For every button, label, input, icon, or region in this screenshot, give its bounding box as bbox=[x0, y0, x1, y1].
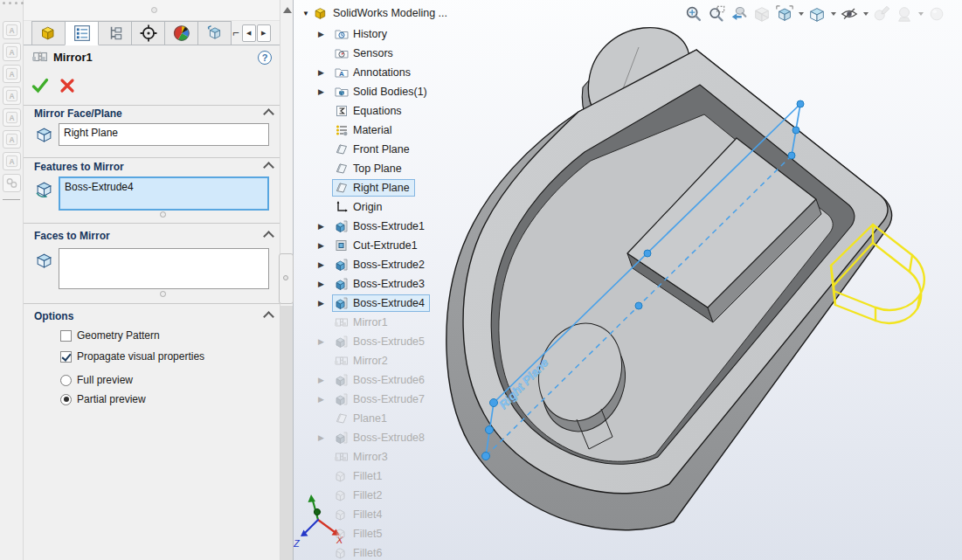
radio-full-preview[interactable]: Full preview bbox=[60, 374, 133, 386]
featuremanager-tab[interactable] bbox=[31, 21, 66, 45]
tree-item-fillet6[interactable]: Fillet6 bbox=[294, 543, 495, 560]
previous-view-icon[interactable] bbox=[728, 3, 751, 25]
expand-arrow-icon[interactable]: ▶ bbox=[318, 299, 329, 308]
tree-item-fillet2[interactable]: Fillet2 bbox=[294, 486, 495, 505]
note-tool-icon[interactable] bbox=[3, 21, 21, 39]
expand-arrow-icon[interactable]: ▶ bbox=[318, 376, 329, 384]
edit-annotation-icon[interactable] bbox=[3, 43, 21, 61]
dimxpertmanager-tab[interactable] bbox=[131, 21, 165, 45]
configurationmanager-tab[interactable] bbox=[98, 21, 132, 45]
save-annotation-icon[interactable] bbox=[3, 130, 21, 149]
add-annotation-icon[interactable] bbox=[3, 86, 21, 105]
expand-arrow-icon[interactable]: ▶ bbox=[318, 260, 329, 269]
expand-arrow-icon[interactable]: ▶ bbox=[318, 68, 329, 77]
faces-to-mirror-field[interactable] bbox=[59, 248, 269, 289]
panel-splitter-handle[interactable] bbox=[279, 253, 294, 304]
view-settings-icon[interactable] bbox=[925, 3, 948, 25]
tree-item-cut-extrude1[interactable]: ▶Cut-Extrude1 bbox=[294, 236, 495, 255]
tree-item-boss-extrude5[interactable]: ▶Boss-Extrude5 bbox=[294, 332, 495, 351]
displaymanager-tab[interactable] bbox=[164, 21, 198, 45]
tree-item-top-plane[interactable]: Top Plane bbox=[294, 159, 495, 178]
model-part-body[interactable] bbox=[446, 28, 892, 530]
expand-arrow-icon[interactable]: ▶ bbox=[318, 337, 329, 346]
tree-item-history[interactable]: ▶History bbox=[294, 24, 495, 44]
collapse-caret-icon[interactable]: ▼ bbox=[302, 10, 309, 17]
checkbox-box[interactable] bbox=[60, 330, 72, 342]
tree-item-mirror3[interactable]: Mirror3 bbox=[294, 447, 495, 467]
tree-item-solid-bodies-1[interactable]: ▶Solid Bodies(1) bbox=[294, 82, 495, 101]
annotation-block-icon[interactable] bbox=[3, 108, 21, 127]
chain-link-icon[interactable] bbox=[3, 174, 21, 192]
propertymanager-tab[interactable] bbox=[65, 21, 99, 45]
chevron-up-icon[interactable] bbox=[265, 162, 272, 169]
radio-circle[interactable] bbox=[60, 394, 72, 405]
panel-scrollbar[interactable] bbox=[280, 0, 294, 560]
tree-item-sensors[interactable]: Sensors bbox=[294, 44, 495, 63]
tree-root-item[interactable]: ▼ SolidWorks Modeling ... bbox=[302, 3, 447, 23]
expand-arrow-icon[interactable]: ▶ bbox=[318, 30, 329, 38]
radio-circle[interactable] bbox=[60, 375, 72, 386]
tree-item-boss-extrude3[interactable]: ▶Boss-Extrude3 bbox=[294, 274, 495, 294]
features-to-mirror-field[interactable]: Boss-Extrude4 bbox=[59, 176, 269, 211]
expand-arrow-icon[interactable]: ▶ bbox=[318, 87, 329, 96]
field-resize-dot[interactable] bbox=[160, 211, 166, 218]
zoom-to-fit-icon[interactable] bbox=[682, 3, 705, 25]
tree-item-annotations[interactable]: ▶Annotations bbox=[294, 63, 495, 82]
expand-arrow-icon[interactable]: ▶ bbox=[318, 222, 329, 231]
scroll-up-arrow-icon[interactable] bbox=[283, 7, 292, 13]
ok-button[interactable] bbox=[31, 77, 49, 98]
panel-grip-dot[interactable] bbox=[151, 7, 157, 13]
tree-item-fillet5[interactable]: Fillet5 bbox=[294, 524, 495, 543]
zoom-to-area-icon[interactable] bbox=[705, 3, 728, 25]
tree-item-material-not-spe[interactable]: Material bbox=[294, 121, 495, 140]
tree-item-front-plane[interactable]: Front Plane bbox=[294, 140, 495, 159]
section-header-features[interactable]: Features to Mirror bbox=[34, 161, 124, 173]
tree-item-boss-extrude8[interactable]: ▶Boss-Extrude8 bbox=[294, 428, 495, 447]
expand-arrow-icon[interactable]: ▶ bbox=[318, 433, 329, 442]
checkbox-box[interactable] bbox=[60, 351, 72, 363]
cam-manager-tab[interactable] bbox=[197, 21, 232, 45]
tree-item-fillet1[interactable]: Fillet1 bbox=[294, 467, 495, 486]
tree-item-boss-extrude6[interactable]: ▶Boss-Extrude6 bbox=[294, 370, 495, 390]
tree-item-boss-extrude7[interactable]: ▶Boss-Extrude7 bbox=[294, 390, 495, 409]
edit-appearance-icon[interactable] bbox=[870, 3, 893, 25]
chevron-up-icon[interactable] bbox=[265, 231, 272, 238]
tab-scroll-right-button[interactable]: ▶ bbox=[257, 24, 271, 42]
checkbox-label[interactable]: Propagate visual properties bbox=[77, 350, 204, 363]
annotation-area-icon[interactable] bbox=[3, 152, 21, 170]
radio-label[interactable]: Full preview bbox=[77, 374, 133, 386]
section-header-mirror-face[interactable]: Mirror Face/Plane bbox=[34, 107, 122, 120]
tree-item-right-plane[interactable]: Right Plane bbox=[294, 178, 495, 197]
tab-scroll-left-button[interactable]: ◀ bbox=[242, 24, 256, 42]
tree-item-fillet4[interactable]: Fillet4 bbox=[294, 505, 495, 524]
tree-item-mirror2[interactable]: Mirror2 bbox=[294, 351, 495, 370]
hide-show-items-dropdown-caret[interactable] bbox=[861, 3, 870, 25]
expand-arrow-icon[interactable]: ▶ bbox=[318, 241, 329, 250]
display-style-icon[interactable] bbox=[806, 3, 828, 25]
help-icon[interactable]: ? bbox=[258, 51, 272, 65]
apply-scene-dropdown-caret[interactable] bbox=[916, 3, 925, 25]
section-view-icon[interactable] bbox=[751, 3, 773, 25]
checkbox-geometry-pattern[interactable]: Geometry Pattern bbox=[60, 329, 160, 342]
view-orientation-icon[interactable] bbox=[773, 3, 796, 25]
tree-item-mirror1[interactable]: Mirror1 bbox=[294, 313, 495, 332]
radio-partial-preview[interactable]: Partial preview bbox=[60, 393, 146, 405]
section-header-faces[interactable]: Faces to Mirror bbox=[34, 230, 110, 242]
section-header-options[interactable]: Options bbox=[34, 310, 73, 322]
tree-item-plane1[interactable]: Plane1 bbox=[294, 409, 495, 428]
checkbox-propagate-visual-properties[interactable]: Propagate visual properties bbox=[60, 350, 204, 363]
leader-note-icon[interactable] bbox=[3, 65, 21, 83]
chevron-up-icon[interactable] bbox=[265, 311, 272, 318]
scrollbar-track[interactable] bbox=[280, 306, 293, 560]
checkbox-label[interactable]: Geometry Pattern bbox=[77, 329, 160, 342]
expand-arrow-icon[interactable]: ▶ bbox=[318, 280, 329, 288]
tree-item-origin[interactable]: Origin bbox=[294, 197, 495, 217]
tree-item-boss-extrude2[interactable]: ▶Boss-Extrude2 bbox=[294, 255, 495, 274]
radio-label[interactable]: Partial preview bbox=[77, 393, 146, 405]
expand-arrow-icon[interactable]: ▶ bbox=[318, 395, 329, 404]
tree-item-boss-extrude4[interactable]: ▶Boss-Extrude4 bbox=[294, 294, 495, 313]
tree-item-boss-extrude1[interactable]: ▶Boss-Extrude1 bbox=[294, 217, 495, 236]
mirror-face-field[interactable]: Right Plane bbox=[59, 123, 269, 146]
display-style-dropdown-caret[interactable] bbox=[828, 3, 838, 25]
view-orientation-dropdown-caret[interactable] bbox=[796, 3, 806, 25]
